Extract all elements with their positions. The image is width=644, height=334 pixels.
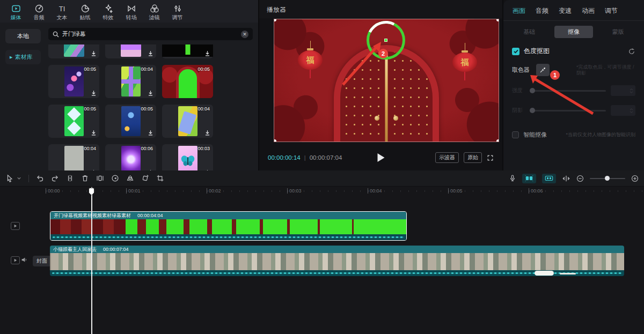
tab-adjustment[interactable]: 调节 bbox=[605, 6, 618, 16]
library-item[interactable]: 00:04 bbox=[48, 144, 99, 170]
smart-snap-toggle[interactable] bbox=[522, 174, 536, 183]
intensity-slider-handle[interactable] bbox=[530, 88, 535, 93]
mute-track-icon[interactable] bbox=[21, 256, 28, 263]
tab-speed[interactable]: 变速 bbox=[559, 6, 572, 16]
tab-sticker[interactable]: 贴纸 bbox=[74, 2, 97, 21]
eyedropper-button[interactable] bbox=[536, 64, 550, 76]
smart-keying-checkbox[interactable] bbox=[512, 131, 519, 138]
timeline-ruler[interactable]: 00:00 00:01 00:02 00:03 00:04 00:05 00:0… bbox=[0, 187, 644, 196]
undo-icon[interactable] bbox=[36, 174, 44, 182]
download-icon[interactable] bbox=[148, 50, 153, 56]
library-item[interactable]: 00:04 bbox=[162, 105, 213, 138]
linked-preview-toggle[interactable] bbox=[542, 174, 556, 183]
zoom-out-icon[interactable] bbox=[576, 175, 584, 182]
library-item[interactable] bbox=[162, 44, 213, 58]
duration-badge: 00:03 bbox=[197, 146, 210, 151]
timeline-toolbar-left bbox=[5, 174, 164, 183]
adjust-spacing-icon[interactable] bbox=[562, 175, 570, 182]
tab-text[interactable]: TI 文本 bbox=[50, 2, 74, 21]
download-icon[interactable] bbox=[204, 50, 210, 56]
rotate-icon[interactable] bbox=[141, 174, 149, 182]
library-item[interactable]: 00:05 bbox=[48, 65, 99, 98]
download-icon[interactable] bbox=[91, 90, 97, 96]
intensity-value-box[interactable] bbox=[611, 85, 635, 96]
chevron-down-icon[interactable] bbox=[17, 176, 21, 181]
tab-filters[interactable]: 滤镜 bbox=[143, 2, 166, 21]
library-item[interactable]: 00:05 bbox=[48, 105, 99, 138]
video-preview[interactable]: 福 福 2 bbox=[274, 19, 499, 142]
download-icon[interactable] bbox=[148, 130, 153, 136]
selection-handle[interactable] bbox=[274, 139, 276, 142]
library-item[interactable]: 00:03 bbox=[162, 144, 213, 170]
lantern-left: 福 bbox=[298, 41, 323, 78]
scope-button[interactable]: 示波器 bbox=[435, 152, 459, 163]
play-button[interactable] bbox=[377, 153, 384, 162]
selection-handle[interactable] bbox=[496, 139, 499, 142]
original-button[interactable]: 原始 bbox=[464, 152, 482, 163]
reverse-play-icon[interactable] bbox=[111, 174, 119, 182]
download-icon[interactable] bbox=[204, 130, 210, 136]
tab-picture[interactable]: 画面 bbox=[513, 6, 525, 16]
chroma-sample-point[interactable] bbox=[384, 39, 387, 42]
triangle-bullet-icon: ▶ bbox=[10, 55, 12, 60]
tab-audio-label: 音频 bbox=[34, 14, 45, 21]
timeline-zoom-handle[interactable] bbox=[605, 176, 610, 181]
library-item[interactable]: 00:05 bbox=[105, 105, 156, 138]
tab-adjust[interactable]: 调节 bbox=[166, 2, 189, 21]
chroma-key-checkbox[interactable] bbox=[512, 48, 519, 55]
shadow-value-box[interactable] bbox=[611, 105, 635, 116]
library-item[interactable] bbox=[105, 44, 156, 58]
shadow-slider-handle[interactable] bbox=[530, 108, 535, 113]
download-icon[interactable] bbox=[91, 130, 97, 136]
media-icon bbox=[11, 3, 21, 14]
download-icon[interactable] bbox=[91, 50, 97, 56]
tab-audio-settings[interactable]: 音频 bbox=[536, 6, 548, 16]
intensity-slider[interactable] bbox=[530, 90, 606, 92]
tab-transitions[interactable]: 转场 bbox=[120, 2, 143, 21]
zoom-in-icon[interactable] bbox=[631, 175, 639, 182]
crop-icon[interactable] bbox=[156, 174, 164, 182]
subtab-basic[interactable]: 基础 bbox=[510, 26, 549, 38]
library-item[interactable] bbox=[48, 44, 99, 58]
tab-audio[interactable]: 音频 bbox=[27, 2, 50, 21]
library-item-selected[interactable]: 00:05 bbox=[162, 65, 213, 98]
fullscreen-icon[interactable] bbox=[487, 154, 494, 161]
search-input[interactable] bbox=[62, 31, 238, 38]
redo-icon[interactable] bbox=[51, 174, 59, 182]
subtab-mask[interactable]: 蒙版 bbox=[598, 26, 638, 38]
ruler-label: 00:01 bbox=[126, 188, 141, 194]
mirror-icon[interactable] bbox=[126, 174, 134, 182]
butterfly-icon bbox=[181, 155, 195, 167]
stepper-icons[interactable] bbox=[630, 108, 635, 113]
playhead-line[interactable] bbox=[91, 187, 92, 334]
clear-search-icon[interactable]: ✕ bbox=[241, 31, 248, 38]
tab-animation[interactable]: 动画 bbox=[582, 6, 595, 16]
sidebar-item-library[interactable]: ▶ 素材库 bbox=[5, 50, 41, 64]
delete-icon[interactable] bbox=[81, 174, 89, 182]
split-icon[interactable] bbox=[66, 174, 74, 182]
tab-effects[interactable]: 特效 bbox=[97, 2, 120, 21]
tab-effects-label: 特效 bbox=[103, 14, 114, 21]
timeline-clip-cat-video[interactable]: 小猫跟着主人回家去 00:00:07:04 bbox=[50, 246, 624, 276]
video-track-icon[interactable] bbox=[11, 222, 20, 230]
select-cursor-icon[interactable] bbox=[5, 174, 14, 183]
timeline-zoom-slider[interactable] bbox=[590, 178, 625, 179]
selection-handle[interactable] bbox=[496, 19, 499, 21]
subtab-keying[interactable]: 抠像 bbox=[554, 26, 594, 38]
clip-filmstrip bbox=[50, 219, 406, 234]
timeline-clip-greenscreen[interactable]: 开门绿幕视频素材视频素材绿幕素材 00:00:04:04 bbox=[50, 211, 407, 241]
library-item[interactable]: 00:06 bbox=[105, 144, 156, 170]
shadow-slider[interactable] bbox=[530, 110, 606, 112]
video-track-icon[interactable] bbox=[11, 256, 20, 264]
record-voiceover-icon[interactable] bbox=[509, 174, 516, 182]
freeze-frame-icon[interactable] bbox=[96, 174, 104, 182]
selection-handle[interactable] bbox=[274, 19, 276, 21]
tab-media[interactable]: 媒体 bbox=[4, 2, 27, 21]
sidebar-item-local[interactable]: 本地 bbox=[5, 29, 41, 43]
reset-icon[interactable] bbox=[628, 48, 635, 55]
library-item[interactable]: 00:04 bbox=[105, 65, 156, 98]
cover-button[interactable]: 封面 bbox=[33, 256, 51, 266]
sticker-icon bbox=[80, 3, 91, 14]
download-icon[interactable] bbox=[148, 90, 153, 96]
stepper-icons[interactable] bbox=[630, 88, 635, 93]
